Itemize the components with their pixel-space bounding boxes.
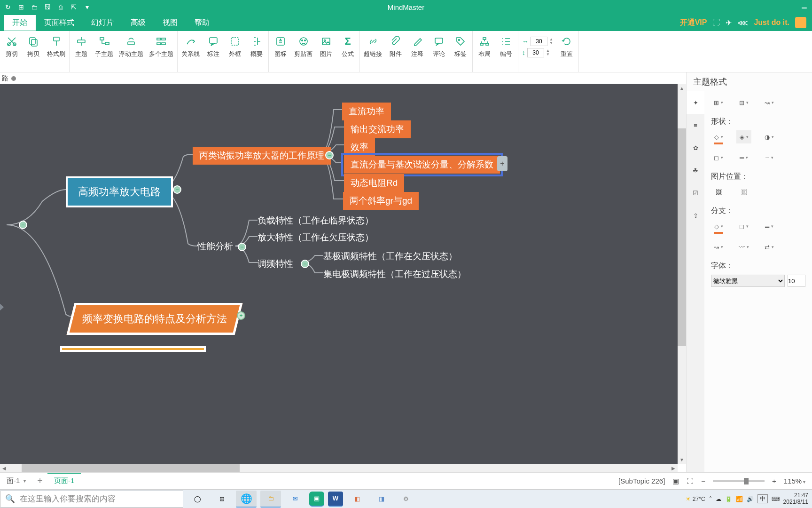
avatar[interactable] bbox=[795, 17, 806, 28]
node-perf[interactable]: 性能分析 bbox=[197, 240, 233, 253]
qat-save-icon[interactable]: 🖫 bbox=[43, 3, 52, 11]
reset-button[interactable]: 重置 bbox=[556, 34, 578, 69]
multi-topic-button[interactable]: 多个主题 bbox=[146, 34, 176, 69]
node-b1-1[interactable]: 输出交流功率 bbox=[344, 120, 411, 138]
note-button[interactable]: 注释 bbox=[406, 34, 428, 69]
node-main[interactable]: 高频功率放大电路 bbox=[66, 176, 173, 207]
task-app3-icon[interactable]: ⚙ bbox=[396, 491, 416, 508]
border-button[interactable]: ◻ bbox=[711, 151, 726, 164]
tray-volume-icon[interactable]: 🔊 bbox=[747, 496, 754, 502]
tab-advanced[interactable]: 高级 bbox=[122, 15, 154, 31]
collapse-icon[interactable]: − bbox=[173, 185, 181, 194]
task-cortana-icon[interactable]: ◯ bbox=[187, 491, 208, 508]
tab-slideshow[interactable]: 幻灯片 bbox=[83, 15, 122, 31]
fit-icon[interactable]: ⛶ bbox=[687, 477, 694, 485]
hspace-field[interactable]: ↔▲▼ bbox=[522, 37, 553, 46]
add-child-button[interactable]: + bbox=[497, 156, 508, 171]
branch-conn-button[interactable]: ↝ bbox=[711, 240, 726, 254]
node-peek[interactable] bbox=[60, 346, 206, 352]
qat-more-icon[interactable]: ▾ bbox=[83, 3, 91, 11]
page-tab-active[interactable]: 页面-1 bbox=[47, 473, 81, 488]
node-mod-0[interactable]: 基极调频特性（工作在欠压状态） bbox=[323, 250, 457, 262]
collapse-icon[interactable]: − bbox=[325, 151, 334, 159]
branch-style-button[interactable]: ⊟ bbox=[736, 96, 751, 109]
tray-wifi-icon[interactable]: 📶 bbox=[736, 496, 743, 502]
tray-keyboard-icon[interactable]: ⌨ bbox=[772, 496, 780, 502]
attach-button[interactable]: 附件 bbox=[385, 34, 406, 69]
formula-button[interactable]: Σ公式 bbox=[337, 34, 359, 69]
add-page-button[interactable]: + bbox=[32, 476, 47, 486]
qat-export-icon[interactable]: ⇱ bbox=[70, 3, 78, 11]
line-weight-button[interactable]: ═ bbox=[736, 151, 751, 164]
collapse-icon[interactable]: − bbox=[19, 221, 27, 229]
topic-button[interactable]: 主题 bbox=[70, 34, 92, 69]
number-button[interactable]: 编号 bbox=[495, 34, 517, 69]
tab-pagestyle[interactable]: 页面样式 bbox=[36, 15, 83, 31]
tray-cloud-icon[interactable]: ☁ bbox=[716, 496, 721, 502]
node-b1-5[interactable]: 两个斜率gr与gd bbox=[343, 192, 419, 210]
layout-button[interactable]: 布局 bbox=[474, 34, 495, 69]
task-mail-icon[interactable]: ✉ bbox=[285, 491, 305, 508]
comment-button[interactable]: 评论 bbox=[428, 34, 450, 69]
image-button[interactable]: 图片 bbox=[315, 34, 337, 69]
layout-style-button[interactable]: ⊞ bbox=[711, 96, 726, 109]
sidetab-icons-icon[interactable]: ✿ bbox=[687, 136, 704, 159]
page-tab-1[interactable]: 面-1 bbox=[0, 474, 32, 488]
task-edge-icon[interactable]: 🌐 bbox=[236, 491, 257, 508]
tab-view[interactable]: 视图 bbox=[154, 15, 186, 31]
collapse-icon[interactable]: − bbox=[301, 260, 309, 268]
branch-fill-button[interactable]: ◇ bbox=[711, 220, 726, 233]
font-size-field[interactable] bbox=[788, 275, 805, 287]
task-explorer-icon[interactable]: 🗀 bbox=[260, 491, 281, 508]
task-app1-icon[interactable]: ◧ bbox=[347, 491, 367, 508]
user-label[interactable]: Just do it. bbox=[754, 18, 789, 27]
sidetab-clipart-icon[interactable]: ☘ bbox=[687, 159, 704, 182]
fill-button[interactable]: ◇ bbox=[711, 130, 726, 143]
floating-topic-button[interactable]: 浮动主题 bbox=[116, 34, 146, 69]
icon-button[interactable]: 图标 bbox=[270, 34, 291, 69]
shadow-button[interactable]: ◑ bbox=[762, 130, 777, 143]
minimize-icon[interactable]: ‒ bbox=[801, 1, 807, 13]
tab-help[interactable]: 帮助 bbox=[186, 15, 218, 31]
vspace-field[interactable]: ↕▲▼ bbox=[522, 48, 553, 57]
qat-new-icon[interactable]: ⊞ bbox=[17, 3, 25, 11]
hyperlink-button[interactable]: 超链接 bbox=[361, 34, 385, 69]
tray-ime[interactable]: 中 bbox=[757, 494, 768, 503]
fullscreen-icon[interactable]: ⛶ bbox=[712, 18, 720, 27]
tray-battery-icon[interactable]: 🔋 bbox=[725, 496, 732, 502]
line-dash-button[interactable]: ┈ bbox=[762, 151, 777, 164]
node-b1-0[interactable]: 直流功率 bbox=[342, 103, 391, 120]
clipart-button[interactable]: 剪贴画 bbox=[291, 34, 315, 69]
subtopic-button[interactable]: 子主题 bbox=[92, 34, 116, 69]
qat-open-icon[interactable]: 🗀 bbox=[30, 3, 39, 11]
doc-tab-close-icon[interactable] bbox=[11, 76, 16, 81]
qat-print-icon[interactable]: ⎙ bbox=[56, 3, 65, 11]
node-perf-0[interactable]: 负载特性（工作在临界状态） bbox=[258, 214, 374, 227]
vip-button[interactable]: 开通VIP bbox=[680, 18, 707, 28]
zoom-in-icon[interactable]: + bbox=[772, 477, 776, 485]
tray-weather[interactable]: ☀ 27°C bbox=[686, 496, 705, 502]
transparent-button[interactable]: ◈ bbox=[736, 130, 751, 143]
collapse-icon[interactable]: − bbox=[238, 243, 246, 251]
tab-start[interactable]: 开始 bbox=[4, 15, 36, 31]
node-b1-3-selected[interactable]: 直流分量与基次谐波分量、分解系数 bbox=[344, 156, 500, 174]
doc-tab[interactable]: 路 bbox=[2, 74, 8, 83]
boundary-button[interactable]: 外框 bbox=[224, 34, 246, 69]
scrollbar-horizontal[interactable]: ◀ ▶ bbox=[0, 464, 678, 472]
presentation-icon[interactable]: ▣ bbox=[672, 477, 679, 485]
relation-button[interactable]: 关系线 bbox=[179, 34, 203, 69]
sidetab-style-icon[interactable]: ✦ bbox=[687, 91, 704, 114]
qat-undo-icon[interactable]: ↻ bbox=[4, 3, 12, 11]
zoom-slider[interactable] bbox=[713, 480, 765, 482]
connection-style-button[interactable]: ↝ bbox=[762, 96, 777, 109]
canvas[interactable]: − 高频功率放大电路 − 丙类谐振功率放大器的工作原理 − 直流功率 输出交流功… bbox=[0, 84, 678, 464]
tag-button[interactable]: 标签 bbox=[450, 34, 471, 69]
cut-button[interactable]: 剪切 bbox=[1, 34, 23, 69]
branch-curve-button[interactable]: 〰 bbox=[736, 240, 751, 254]
node-branch2[interactable]: 频率变换电路的特点及分析方法 bbox=[67, 303, 243, 335]
node-b1-4[interactable]: 动态电阻Rd bbox=[344, 174, 404, 192]
node-b1-2[interactable]: 效率 bbox=[344, 138, 375, 156]
task-taskview-icon[interactable]: ⊞ bbox=[211, 491, 232, 508]
zoom-out-icon[interactable]: − bbox=[701, 477, 705, 485]
task-app2-icon[interactable]: ◨ bbox=[371, 491, 392, 508]
